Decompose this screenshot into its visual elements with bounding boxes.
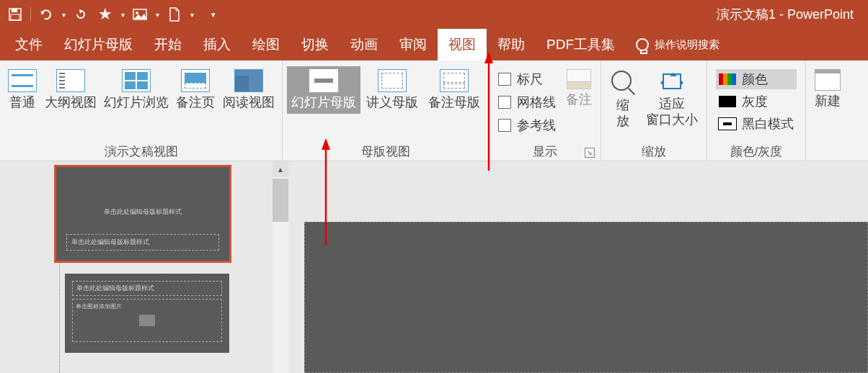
thumbnail-subtitle-placeholder: 单击此处编辑母版标题样式 — [66, 234, 219, 251]
outline-view-button[interactable]: 大纲视图 — [42, 66, 99, 114]
svg-rect-2 — [11, 14, 19, 20]
scroll-thumb[interactable] — [273, 179, 288, 222]
thumbnail-scrollbar[interactable]: ▲ — [273, 161, 288, 373]
new-file-dropdown[interactable]: ▾ — [188, 11, 195, 19]
tab-slide-master[interactable]: 幻灯片母版 — [53, 29, 143, 60]
group-label: 母版视图 — [287, 142, 484, 161]
thumbnail-body-placeholder: 单击图标添加图片 — [72, 299, 222, 342]
undo-dropdown[interactable]: ▾ — [60, 11, 67, 19]
layout-thumbnail-2[interactable]: 单击此处编辑母版标题样式 单击图标添加图片 — [65, 274, 229, 353]
thumbnail-title-placeholder: 单击此处编辑母版标题样式 — [72, 281, 222, 296]
notes-pane-icon — [567, 69, 591, 89]
workspace: 单击此处编辑母版标题样式 单击此处编辑母版标题样式 单击此处编辑母版标题样式 单… — [0, 161, 868, 373]
tab-transitions[interactable]: 切换 — [291, 29, 340, 60]
tab-help[interactable]: 帮助 — [487, 29, 536, 60]
redo-button[interactable] — [70, 4, 92, 25]
grayscale-mode-button[interactable]: 灰度 — [716, 91, 797, 112]
slide-canvas-area — [288, 161, 868, 373]
group-presentation-views: 普通 大纲视图 幻灯片浏览 备注页 阅读视图 演示文稿视图 — [0, 60, 283, 161]
normal-view-icon — [8, 69, 37, 92]
svg-point-4 — [136, 12, 138, 14]
gray-swatch-icon — [719, 96, 736, 107]
group-label: 颜色/灰度 — [712, 142, 801, 161]
master-thumbnail-1[interactable]: 单击此处编辑母版标题样式 单击此处编辑母版标题样式 — [56, 167, 229, 261]
group-show: 标尺 网格线 参考线 备注 显示↘ — [490, 60, 601, 161]
svg-rect-1 — [12, 9, 17, 12]
normal-view-button[interactable]: 普通 — [4, 66, 40, 114]
tab-review[interactable]: 审阅 — [389, 29, 438, 60]
picture-icon[interactable] — [129, 4, 151, 25]
ribbon-tabs: 文件 幻灯片母版 开始 插入 绘图 切换 动画 审阅 视图 帮助 PDF工具集 … — [0, 29, 868, 60]
new-window-button[interactable]: 新建 — [810, 66, 845, 112]
slide-master-button[interactable]: 幻灯片母版 — [287, 66, 360, 114]
tab-insert[interactable]: 插入 — [192, 29, 242, 60]
new-file-icon[interactable] — [164, 4, 185, 25]
save-button[interactable] — [4, 4, 26, 25]
tell-me-search[interactable]: 操作说明搜索 — [626, 29, 730, 60]
slide-canvas[interactable] — [304, 222, 868, 373]
reading-view-button[interactable]: 阅读视图 — [220, 66, 278, 114]
notes-master-button[interactable]: 备注母版 — [424, 66, 484, 114]
handout-master-icon — [378, 69, 407, 92]
notes-pane-button[interactable]: 备注 — [562, 66, 596, 111]
color-mode-button[interactable]: 颜色 — [716, 69, 797, 89]
group-label: 缩放 — [606, 142, 702, 161]
notes-page-icon — [181, 69, 210, 92]
notes-master-icon — [440, 69, 469, 92]
ribbon: 普通 大纲视图 幻灯片浏览 备注页 阅读视图 演示文稿视图 幻灯片母版 讲义母版… — [0, 60, 868, 161]
tab-home[interactable]: 开始 — [143, 29, 192, 60]
start-from-beginning-button[interactable]: ★ — [94, 4, 116, 25]
title-bar: ▾ ★ ▾ ▾ ▾ ▾ 演示文稿1 - PowerPoint — [0, 0, 868, 29]
picture-dropdown[interactable]: ▾ — [154, 11, 161, 19]
magnifier-icon — [610, 69, 636, 95]
slide-sorter-icon — [122, 69, 151, 92]
new-window-icon — [815, 69, 841, 91]
quick-access-toolbar: ▾ ★ ▾ ▾ ▾ ▾ — [4, 4, 224, 25]
notes-page-button[interactable]: 备注页 — [173, 66, 218, 114]
scroll-up-button[interactable]: ▲ — [273, 161, 288, 177]
bw-mode-button[interactable]: 黑白模式 — [716, 114, 797, 134]
reading-view-icon — [234, 69, 263, 92]
start-dropdown[interactable]: ▾ — [119, 11, 126, 19]
group-label: 显示↘ — [494, 142, 596, 161]
lightbulb-icon — [636, 38, 649, 51]
undo-button[interactable] — [35, 4, 57, 25]
fit-to-window-button[interactable]: 适应 窗口大小 — [642, 66, 702, 130]
tab-pdf-tools[interactable]: PDF工具集 — [536, 29, 626, 60]
ruler-checkbox[interactable]: 标尺 — [498, 71, 556, 88]
slide-sorter-button[interactable]: 幻灯片浏览 — [101, 66, 171, 114]
group-zoom: 缩 放 适应 窗口大小 缩放 — [601, 60, 707, 161]
dialog-launcher[interactable]: ↘ — [585, 148, 595, 158]
handout-master-button[interactable]: 讲义母版 — [362, 66, 422, 114]
tab-view[interactable]: 视图 — [438, 29, 487, 60]
group-master-views: 幻灯片母版 讲义母版 备注母版 母版视图 — [283, 60, 490, 161]
thumbnail-title-placeholder: 单击此处编辑母版标题样式 — [104, 207, 182, 217]
tell-me-label: 操作说明搜索 — [655, 38, 719, 52]
thumbnail-panel: 单击此处编辑母版标题样式 单击此处编辑母版标题样式 单击此处编辑母版标题样式 单… — [0, 161, 273, 373]
group-color-grayscale: 颜色 灰度 黑白模式 颜色/灰度 — [707, 60, 806, 161]
window-title: 演示文稿1 - PowerPoint — [717, 6, 854, 23]
color-swatch-icon — [719, 73, 736, 85]
slide-master-icon — [309, 69, 338, 92]
bw-swatch-icon — [719, 118, 736, 130]
tab-animations[interactable]: 动画 — [340, 29, 389, 60]
tab-file[interactable]: 文件 — [4, 29, 53, 60]
picture-placeholder-icon — [139, 315, 155, 326]
group-label: 演示文稿视图 — [4, 142, 278, 161]
customize-qat-dropdown[interactable]: ▾ — [203, 4, 224, 25]
fit-window-icon — [658, 69, 686, 94]
gridlines-checkbox[interactable]: 网格线 — [498, 94, 556, 111]
outline-view-icon — [56, 69, 85, 92]
tab-draw[interactable]: 绘图 — [242, 29, 291, 60]
group-window: 新建 — [806, 60, 849, 161]
separator — [30, 7, 31, 22]
guides-checkbox[interactable]: 参考线 — [498, 117, 556, 134]
zoom-button[interactable]: 缩 放 — [606, 66, 640, 132]
